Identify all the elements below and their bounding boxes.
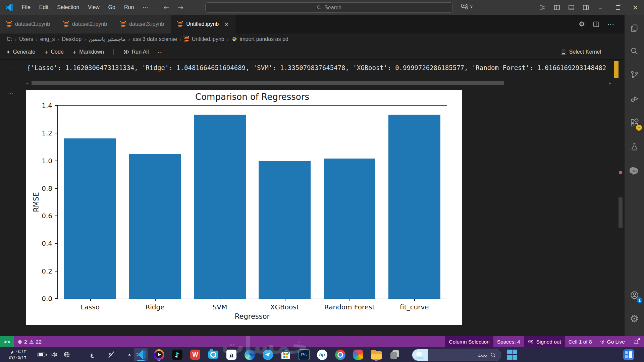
toggle-sidebar-right-icon[interactable] <box>583 4 589 11</box>
select-kernel-button[interactable]: Select Kernel <box>560 45 601 59</box>
taskbar-app-chrome[interactable] <box>333 348 347 361</box>
overview-ruler-error-mark <box>619 171 622 174</box>
breadcrumb-item[interactable]: C: <box>7 36 12 42</box>
cell-actions-ellipsis[interactable]: ⋯ <box>8 90 14 97</box>
editor-settings-gear-icon[interactable]: ⚙ <box>579 20 585 28</box>
menu-view[interactable]: View <box>84 3 103 12</box>
taskbar-app-tiktok[interactable]: ♪ <box>170 348 184 361</box>
taskbar-app-edge[interactable] <box>243 348 257 361</box>
add-markdown-cell-button[interactable]: + Markdown <box>72 49 104 55</box>
breadcrumb-item-symbol[interactable]: import pandas as pd <box>240 36 288 42</box>
run-debug-icon[interactable] <box>625 90 644 107</box>
split-editor-icon[interactable] <box>593 21 599 27</box>
window-minimize-button[interactable]: – <box>592 0 609 15</box>
run-all-button[interactable]: Run All <box>123 49 149 55</box>
bar-ridge <box>129 154 181 299</box>
command-search-box[interactable]: Search <box>205 2 453 13</box>
taskbar-app-microsoft-store[interactable] <box>279 348 293 361</box>
generate-button[interactable]: ✦ Generate <box>6 49 35 55</box>
breadcrumb-item[interactable]: ماجستير ياسمين <box>89 36 125 42</box>
taskbar-app-wps-office[interactable]: W <box>188 348 202 361</box>
remote-indicator[interactable]: >< <box>0 336 14 347</box>
title-bar: File Edit Selection View Go Run ⋯ ← → Se… <box>0 0 644 15</box>
taskbar-app-photoshop[interactable]: Ps <box>297 348 311 361</box>
chat-icon[interactable]: </> <box>625 162 644 180</box>
tray-chevron-icon[interactable]: ∧ <box>128 352 131 357</box>
language-indicator[interactable]: ع <box>90 352 94 358</box>
menu-edit[interactable]: Edit <box>36 3 52 12</box>
extensions-icon[interactable]: ⚠ <box>625 114 644 131</box>
vscode-icon <box>136 350 146 360</box>
toggle-sidebar-left-icon[interactable] <box>554 4 560 11</box>
toggle-panel-icon[interactable] <box>568 4 575 11</box>
taskbar-clock[interactable]: ٠٤:١٣ م ٤٧/٠٥/١٦ <box>9 349 26 360</box>
manage-settings-gear-icon[interactable]: ⚙ <box>625 310 644 327</box>
copilot-signed-out-indicator[interactable]: Signed out <box>524 336 565 347</box>
explorer-icon[interactable] <box>625 19 644 37</box>
taskbar-app-vscode[interactable] <box>134 348 148 361</box>
x-tick-label: Lasso <box>58 299 122 311</box>
tab-dataset1[interactable]: dataset1.ipynb <box>0 15 57 34</box>
start-button[interactable] <box>507 350 517 360</box>
menu-run[interactable]: Run <box>120 3 138 12</box>
customize-layout-icon[interactable] <box>539 4 546 11</box>
editor-more-actions-icon[interactable]: ⋯ <box>607 20 614 28</box>
toolbar-more-actions-icon[interactable]: ⋯ <box>157 49 163 55</box>
breadcrumb-item[interactable]: Users <box>19 36 33 42</box>
widgets-icon[interactable] <box>623 349 634 360</box>
tab-dataset3[interactable]: dataset3.ipynb <box>114 15 171 34</box>
go-live-button[interactable]: Go Live <box>596 336 629 347</box>
battery-icon[interactable] <box>38 353 45 357</box>
nav-back-icon[interactable]: ← <box>161 3 172 12</box>
horizontal-scrollbar[interactable]: ◂ ▸ <box>26 81 611 85</box>
vertical-scrollbar-thumb[interactable] <box>619 197 623 228</box>
jupyter-icon <box>178 22 183 27</box>
taskbar-search-box[interactable]: بحث <box>412 349 501 361</box>
nav-forward-icon[interactable]: → <box>175 3 186 12</box>
taskbar-app-snipping-tool[interactable] <box>387 348 401 361</box>
notifications-bell-button[interactable] <box>629 336 644 347</box>
activity-bar: ⚠ </> 1 ⚙ <box>625 15 644 336</box>
network-globe-icon[interactable] <box>63 351 70 358</box>
volume-icon[interactable] <box>51 352 58 358</box>
tab-untitled-active[interactable]: Untitled.ipynb × <box>171 15 236 34</box>
tab-dataset2[interactable]: dataset2.ipynb <box>57 15 114 34</box>
source-control-icon[interactable] <box>625 66 644 83</box>
scroll-left-arrow-icon[interactable]: ◂ <box>26 81 28 85</box>
cell-actions-ellipsis[interactable]: ⋯ <box>8 65 14 71</box>
sparkle-icon: ✦ <box>6 49 10 55</box>
bar-slot <box>58 106 122 299</box>
accounts-icon[interactable]: 1 <box>625 286 644 304</box>
taskbar-app-amazon[interactable]: a <box>224 348 238 361</box>
cell-indicator[interactable]: Cell 1 of 8 <box>565 336 596 347</box>
pen-disabled-icon[interactable]: ✎ <box>108 352 113 358</box>
horizontal-scrollbar-thumb[interactable] <box>32 81 504 85</box>
add-code-cell-button[interactable]: + Code <box>44 49 64 55</box>
testing-icon[interactable] <box>625 138 644 156</box>
breadcrumb-item-file[interactable]: Untitled.ipynb <box>192 36 224 42</box>
breadcrumb-item[interactable]: eng_s <box>40 36 55 42</box>
taskbar-app-media-player[interactable] <box>152 348 166 361</box>
menu-selection[interactable]: Selection <box>53 3 83 12</box>
scroll-right-arrow-icon[interactable]: ▸ <box>609 81 611 85</box>
menu-file[interactable]: File <box>18 3 34 12</box>
taskbar-app-office[interactable] <box>351 348 365 361</box>
column-selection-indicator[interactable]: Column Selection <box>445 336 493 347</box>
taskbar-app-file-explorer[interactable] <box>369 348 383 361</box>
breadcrumb-item[interactable]: ass 3 data sciense <box>132 36 177 42</box>
problems-indicator[interactable]: ⊗ 2 ⚠ 22 <box>14 336 45 347</box>
taskbar-app-camera[interactable] <box>206 348 220 361</box>
bar-slot <box>382 106 447 299</box>
search-sidebar-icon[interactable] <box>625 42 644 60</box>
taskbar-app-telegram[interactable] <box>261 348 275 361</box>
tab-close-icon[interactable]: × <box>224 21 229 27</box>
window-close-button[interactable]: × <box>627 0 644 15</box>
taskbar-app-hp[interactable]: hp <box>315 348 329 361</box>
menu-go[interactable]: Go <box>105 3 119 12</box>
breadcrumb-item[interactable]: Desktop <box>62 36 82 42</box>
copilot-menu[interactable]: ∨ <box>460 3 473 10</box>
spaces-indicator[interactable]: Spaces: 4 <box>493 336 524 347</box>
window-restore-button[interactable] <box>609 0 627 15</box>
clock-date: ٤٧/٠٥/١٦ <box>9 355 26 361</box>
menu-more-icon[interactable]: ⋯ <box>139 3 152 12</box>
